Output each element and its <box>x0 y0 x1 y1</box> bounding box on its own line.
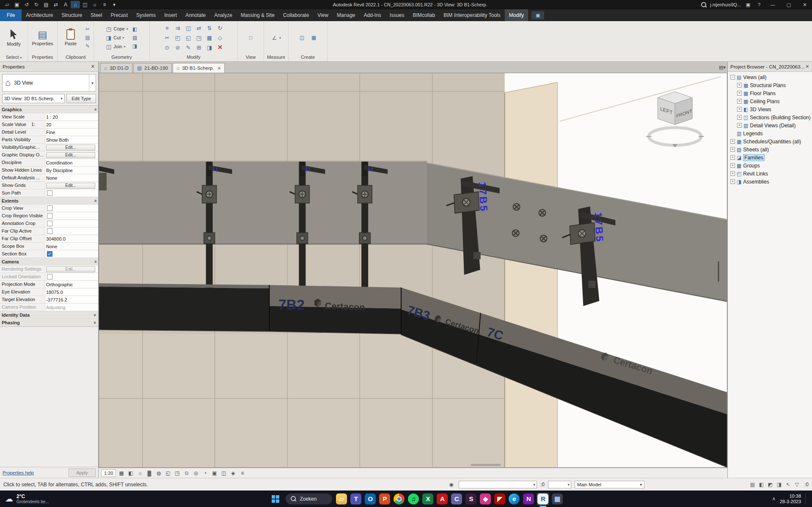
section-icon[interactable]: ◫ <box>80 1 90 8</box>
ribbon-tab-modify[interactable]: Modify <box>505 9 528 21</box>
open-icon[interactable]: ▱ <box>3 1 12 8</box>
unpin-icon[interactable]: ⊘ <box>173 43 183 52</box>
minimize-button[interactable]: — <box>766 0 779 9</box>
exclude-options-icon[interactable]: ◨ <box>775 480 783 488</box>
panel-label-geometry[interactable]: Geometry <box>94 54 149 61</box>
ribbon-tab-bim-interoperability-tools[interactable]: BIM Interoperability Tools <box>439 9 505 21</box>
ribbon-tab-structure[interactable]: Structure <box>57 9 86 21</box>
checkbox[interactable] <box>47 190 52 196</box>
cut-icon[interactable]: ✂ <box>84 25 91 33</box>
edit-button[interactable]: Edit... <box>46 152 95 158</box>
expander-icon[interactable]: + <box>737 99 742 104</box>
taskbar-app-file-explorer[interactable]: ▱ <box>335 493 348 505</box>
ribbon-tab-add-ins[interactable]: Add-Ins <box>359 9 385 21</box>
properties-section-extents[interactable]: Extents» <box>0 197 98 205</box>
property-value-cell[interactable]: Edit... <box>45 144 98 151</box>
ribbon-tab-manage[interactable]: Manage <box>333 9 359 21</box>
clock[interactable]: 10:38 28-3-2023 <box>780 493 801 504</box>
ribbon-tab-analyze[interactable]: Analyze <box>210 9 237 21</box>
concrete-column[interactable] <box>505 82 558 467</box>
properties-section-identity-data[interactable]: Identity Data» <box>0 311 98 319</box>
taskbar-app-acrobat[interactable]: A <box>436 493 449 505</box>
reveal-hidden-elements-icon[interactable]: ◔ <box>201 469 209 477</box>
view-tab-21-bd-190[interactable]: ▤21-BD-190 <box>133 63 172 73</box>
collapse-chevron-icon[interactable]: » <box>93 199 98 202</box>
property-value-cell[interactable]: None <box>45 243 98 250</box>
checkbox[interactable] <box>47 274 52 280</box>
panel-label-create[interactable]: Create <box>289 54 327 61</box>
trim-extend-single-icon[interactable]: ◱ <box>183 33 193 42</box>
expander-icon[interactable]: + <box>730 179 735 184</box>
property-value-cell[interactable] <box>45 220 98 227</box>
temporary-hide-isolate-icon[interactable]: ◎ <box>191 469 200 477</box>
split-face-icon[interactable]: ▨ <box>131 34 139 41</box>
collapse-chevron-icon[interactable]: » <box>93 260 98 263</box>
taskbar-app-office[interactable]: P <box>378 493 391 505</box>
properties-section-camera[interactable]: Camera» <box>0 258 98 266</box>
taskbar-app-code[interactable]: C <box>450 493 463 505</box>
browser-item-assemblies[interactable]: +◨Assemblies <box>728 178 812 186</box>
move-icon[interactable]: ⇄ <box>194 23 204 33</box>
ribbon-tab-annotate[interactable]: Annotate <box>181 9 210 21</box>
displacement-sets-icon[interactable]: ◈ <box>228 469 237 477</box>
expander-icon[interactable]: + <box>737 83 742 88</box>
expander-icon[interactable]: + <box>730 155 735 160</box>
browser-item-3d-views[interactable]: +◧3D Views <box>728 105 812 113</box>
cope-button[interactable]: ◳Cope▾ <box>105 25 129 33</box>
property-value-cell[interactable]: -377716.2 <box>45 296 98 303</box>
ribbon-tab-insert[interactable]: Insert <box>160 9 181 21</box>
taskbar-app-pdf-reader[interactable]: ◤ <box>493 493 506 505</box>
property-value-cell[interactable]: Adjusting <box>45 304 98 311</box>
join-button[interactable]: ◫Join▾ <box>105 43 129 51</box>
create-group-icon[interactable]: ◫ <box>298 34 306 41</box>
browser-item-sections-building-section[interactable]: +◫Sections (Building Section) <box>728 113 812 121</box>
panel-label-measure[interactable]: Measure <box>264 54 288 61</box>
chevron-down-icon[interactable]: ▾ <box>89 74 96 91</box>
property-value-cell[interactable]: By Discipline <box>45 167 98 174</box>
show-crop-region-icon[interactable]: ◳ <box>173 469 182 477</box>
property-value-cell[interactable] <box>45 227 98 235</box>
taskbar-app-apps-grid[interactable]: ▦ <box>551 493 564 505</box>
browser-item-groups[interactable]: +▩Groups <box>728 162 812 170</box>
taskbar-app-outlook[interactable]: O <box>364 493 377 505</box>
property-value-cell[interactable] <box>45 189 98 197</box>
taskbar-app-edge[interactable]: e <box>508 493 520 505</box>
render-icon[interactable]: ☼ <box>90 1 99 8</box>
default-3d-view-icon[interactable]: ⌂ <box>71 1 80 8</box>
match-type-icon[interactable]: ✎ <box>183 43 193 52</box>
panel-label-properties[interactable]: Properties <box>28 54 57 61</box>
property-value-cell[interactable]: Edit... <box>45 266 98 273</box>
maximize-button[interactable]: ▢ <box>782 0 795 9</box>
tray-chevron-up-icon[interactable]: ∧ <box>772 496 776 502</box>
split-icon[interactable]: ✂ <box>162 33 172 42</box>
paint-icon[interactable]: ◧ <box>131 25 139 33</box>
expander-icon[interactable]: + <box>737 115 742 120</box>
expander-icon[interactable]: + <box>730 171 735 176</box>
checkbox[interactable] <box>47 221 52 226</box>
delete-icon[interactable]: ✕ <box>215 43 225 52</box>
scale-button[interactable]: 1:20 <box>101 469 116 477</box>
taskbar-search[interactable]: Zoeken <box>286 493 332 504</box>
expander-icon[interactable]: + <box>730 139 735 144</box>
view-tab-3d-b1-scherp[interactable]: ⌂3D B1-Scherp.✕ <box>173 63 225 73</box>
ribbon-tab-bimcollab[interactable]: BIMcollab <box>409 9 440 21</box>
close-icon[interactable]: ✕ <box>804 64 810 69</box>
taskbar-app-spotify[interactable]: ♫ <box>407 493 420 505</box>
expander-icon[interactable]: + <box>730 147 735 152</box>
panel-label-modify[interactable]: Modify <box>150 54 237 61</box>
visual-style-icon[interactable]: ◧ <box>126 469 135 477</box>
browser-item-ceiling-plans[interactable]: +▦Ceiling Plans <box>728 97 812 105</box>
expander-icon[interactable]: + <box>737 107 742 112</box>
print-icon[interactable]: ▤ <box>41 1 51 8</box>
3d-view-canvas[interactable]: 17B5 17B5 <box>99 73 727 467</box>
create-assembly-icon[interactable]: ▦ <box>310 34 318 41</box>
match-type-properties-icon[interactable]: ✎ <box>84 42 91 50</box>
property-value-cell[interactable]: 18075.0 <box>45 288 98 296</box>
properties-section-phasing[interactable]: Phasing» <box>0 319 98 326</box>
unlocked-view-icon[interactable]: ⊙ <box>182 469 191 477</box>
file-menu-button[interactable]: File <box>0 9 22 21</box>
taskbar-app-photos[interactable]: ◆ <box>479 493 492 505</box>
demolish-icon[interactable]: ◨ <box>204 43 215 52</box>
username[interactable]: j.nijenhuis9Q... <box>710 2 741 7</box>
edit-button[interactable]: Edit... <box>46 266 95 272</box>
